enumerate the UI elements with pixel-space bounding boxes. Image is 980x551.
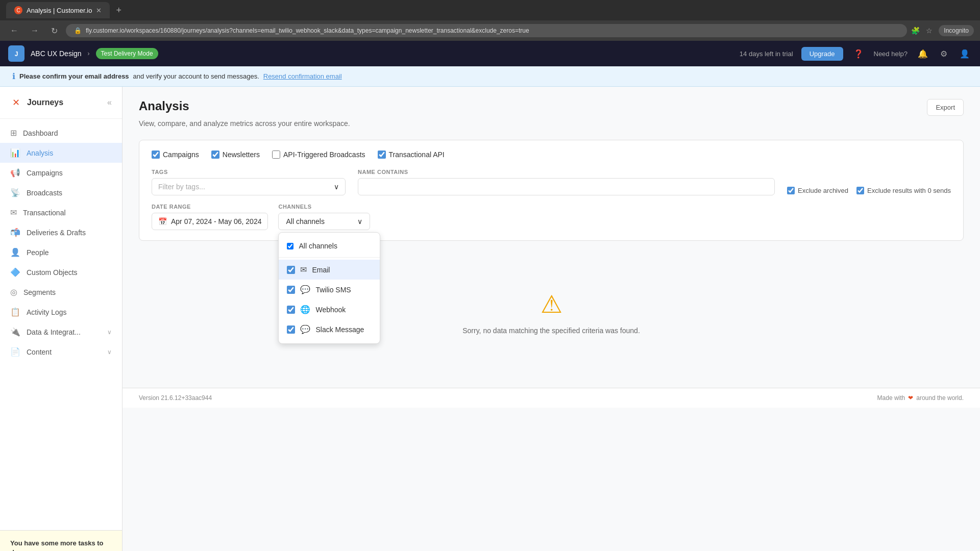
header-right: 14 days left in trial Upgrade ❓ Need hel… [740,47,972,61]
newsletters-checkbox-input[interactable] [211,151,219,159]
campaigns-icon: 📢 [10,168,20,178]
around-world-text: around the world. [916,394,964,402]
sidebar-item-analysis[interactable]: 📊 Analysis [0,143,122,163]
version-text: Version 21.6.12+33aac944 [139,394,212,402]
api-triggered-checkbox[interactable]: API-Triggered Broadcasts [272,151,365,159]
app-logo: J [8,45,24,62]
sidebar-item-deliveries[interactable]: 📬 Deliveries & Drafts [0,222,122,242]
sidebar-item-custom-objects[interactable]: 🔷 Custom Objects [0,262,122,282]
deliveries-icon: 📬 [10,228,20,237]
help-icon[interactable]: ❓ [851,47,866,61]
slack-message-checkbox[interactable] [287,325,295,334]
date-range-button[interactable]: 📅 Apr 07, 2024 - May 06, 2024 [152,213,268,230]
sidebar-item-dashboard[interactable]: ⊞ Dashboard [0,123,122,143]
made-with-text: Made with [877,394,905,402]
webhook-option[interactable]: 🌐 Webhook [279,299,380,319]
sidebar-item-label: Broadcasts [27,189,62,197]
slack-message-option[interactable]: 💬 Slack Message [279,319,380,339]
campaigns-checkbox[interactable]: Campaigns [152,151,199,159]
all-channels-option[interactable]: All channels [279,237,380,255]
sidebar-item-campaigns[interactable]: 📢 Campaigns [0,163,122,183]
sidebar-item-activity-logs[interactable]: 📋 Activity Logs [0,302,122,322]
back-button[interactable]: ← [6,24,22,37]
transactional-api-checkbox[interactable]: Transactional API [378,151,445,159]
workspace-chevron-icon[interactable]: › [88,50,90,57]
delivery-mode-badge[interactable]: Test Delivery Mode [96,48,158,59]
svg-text:J: J [15,51,18,58]
name-contains-input[interactable] [358,178,775,195]
email-channel-icon: ✉ [300,265,307,274]
url-display: fly.customer.io/workspaces/160880/journe… [86,27,529,34]
email-channel-checkbox[interactable] [287,266,295,274]
tags-label: TAGS [152,169,346,175]
expand-icon: ∨ [107,329,112,336]
all-channels-checkbox[interactable] [287,243,293,249]
address-bar[interactable]: 🔒 fly.customer.io/workspaces/160880/jour… [66,24,907,37]
dropdown-divider [279,257,380,258]
resend-confirmation-link[interactable]: Resend confirmation email [263,72,342,80]
twilio-sms-checkbox[interactable] [287,286,295,294]
email-channel-option[interactable]: ✉ Email [279,260,380,280]
exclude-zero-sends-checkbox[interactable]: Exclude results with 0 sends [856,187,951,194]
transactional-api-checkbox-input[interactable] [378,151,386,159]
new-tab-button[interactable]: + [114,3,124,18]
sidebar-header: ✕ Journeys « [0,87,122,119]
sidebar-footer: You have some more tasks to do [0,530,122,551]
activity-logs-icon: 📋 [10,307,20,317]
refresh-button[interactable]: ↻ [47,24,62,38]
twilio-sms-option[interactable]: 💬 Twilio SMS [279,280,380,299]
people-icon: 👤 [10,247,20,257]
sidebar-item-label: Transactional [23,209,66,217]
sidebar-item-broadcasts[interactable]: 📡 Broadcasts [0,183,122,203]
help-label: Need help? [874,50,908,58]
sidebar-item-data-integrations[interactable]: 🔌 Data & Integrat... ∨ [0,322,122,342]
forward-button[interactable]: → [27,24,43,37]
browser-tab[interactable]: C Analysis | Customer.io ✕ [6,2,110,18]
tags-dropdown[interactable]: Filter by tags... ∨ [152,178,346,195]
notifications-icon[interactable]: 🔔 [916,47,930,61]
incognito-badge: Incognito [939,25,974,36]
all-channels-label: All channels [299,242,337,250]
api-triggered-checkbox-input[interactable] [272,151,280,159]
sidebar-item-transactional[interactable]: ✉ Transactional [0,203,122,222]
custom-objects-icon: 🔷 [10,267,20,277]
export-button[interactable]: Export [927,99,964,116]
app-body: ✕ Journeys « ⊞ Dashboard 📊 Analysis 📢 Ca… [0,87,980,551]
date-range-value: Apr 07, 2024 - May 06, 2024 [171,217,261,226]
campaigns-checkbox-input[interactable] [152,151,160,159]
channels-dropdown-button[interactable]: All channels ∨ [278,213,370,230]
newsletters-checkbox[interactable]: Newsletters [211,151,260,159]
account-icon[interactable]: 👤 [958,47,972,61]
tags-chevron-icon: ∨ [334,183,339,191]
sidebar-brand-icon: ✕ [10,95,22,110]
exclude-archived-checkbox[interactable]: Exclude archived [787,187,848,194]
sidebar-item-content[interactable]: 📄 Content ∨ [0,342,122,362]
exclude-zero-sends-input[interactable] [856,187,864,194]
settings-icon[interactable]: ⚙ [938,47,949,61]
sidebar-collapse-button[interactable]: « [107,98,112,107]
sidebar-item-segments[interactable]: ◎ Segments [0,282,122,302]
sidebar-item-people[interactable]: 👤 People [0,242,122,262]
transactional-icon: ✉ [10,208,17,217]
twilio-sms-label: Twilio SMS [315,286,351,294]
webhook-checkbox[interactable] [287,306,295,314]
tags-name-row: TAGS Filter by tags... ∨ NAME CONTAINS [152,169,951,195]
sidebar: ✕ Journeys « ⊞ Dashboard 📊 Analysis 📢 Ca… [0,87,122,551]
campaigns-label: Campaigns [163,151,199,159]
tab-title: Analysis | Customer.io [27,7,92,14]
tasks-title[interactable]: You have some more tasks to do [10,539,112,551]
channels-dropdown-menu: All channels ✉ Email 💬 Twi [278,232,380,344]
name-contains-label: NAME CONTAINS [358,169,775,175]
newsletters-label: Newsletters [223,151,260,159]
no-data-text: Sorry, no data matching the specified cr… [462,327,640,335]
content-icon: 📄 [10,347,20,357]
bookmark-icon[interactable]: ☆ [926,27,933,35]
tab-close-button[interactable]: ✕ [96,7,102,14]
exclude-archived-input[interactable] [787,187,795,194]
transactional-api-label: Transactional API [389,151,445,159]
extensions-icon[interactable]: 🧩 [911,27,920,35]
confirm-bold-text: Please confirm your email address [19,72,129,80]
upgrade-button[interactable]: Upgrade [801,47,843,61]
sidebar-title: Journeys [27,98,63,107]
segments-icon: ◎ [10,287,17,297]
